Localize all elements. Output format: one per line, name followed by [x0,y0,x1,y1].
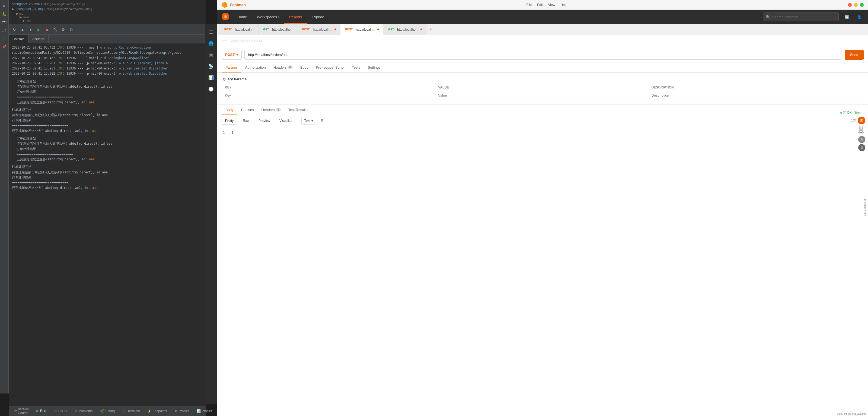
add-tab-button[interactable]: + [426,24,435,35]
pm-icon-history[interactable]: 🕒 [206,84,216,94]
tab-console[interactable]: Console [9,35,29,43]
format-preview[interactable]: Preview [255,117,274,124]
pm-tab-4[interactable]: POST http://localh... [340,24,383,35]
toolbar-down[interactable]: ▼ [27,26,34,33]
pm-icon-chart[interactable]: 📊 [206,73,216,83]
pm-icon-collections[interactable]: ☰ [206,27,216,37]
bottom-tab-run[interactable]: ▶ Run [35,406,48,416]
pm-icon-mock[interactable]: ▣ [206,50,216,60]
search-input[interactable] [772,15,836,19]
send-button[interactable]: Send [845,50,864,60]
todo-label: TODO [58,409,67,413]
url-input[interactable] [244,50,842,60]
req-tab-settings[interactable]: Settings [364,63,384,72]
toolbar-trash[interactable]: 🗑 [68,26,75,33]
bottom-tab-problems[interactable]: ⚠ Problems [73,406,94,416]
ide-icon-camera[interactable]: 📷 [1,19,8,26]
url-display-text: http://localhost/orders/aaa [222,39,262,43]
log-line: 订单处理开始 [13,136,202,141]
maximize-button[interactable] [860,3,864,7]
req-tab-authorization[interactable]: Authorization [241,63,270,72]
ide-icon-debug[interactable]: 🐛 [1,10,8,18]
format-pretty[interactable]: Pretty [222,117,237,124]
sync-icon-btn[interactable]: 🔄 [842,12,851,21]
project-path-1: D:\DingJiaxiong\IdeaProjects\Spr... [41,2,87,6]
param-key-input[interactable] [225,93,434,97]
postman-title: 🟠 Postman [222,2,246,8]
pm-icon-monitor[interactable]: 📡 [206,61,216,71]
toolbar-more[interactable]: ⚙ [60,26,67,33]
ide-icon-run[interactable]: ▶ [1,2,8,9]
chat-icon-user[interactable]: A [858,136,865,143]
bottom-tab-vcs[interactable]: ⎇ Version Control [11,406,30,416]
resp-tab-headers[interactable]: Headers 4 [258,105,284,115]
req-tab-tests[interactable]: Tests [348,63,364,72]
pm-tab-5[interactable]: GET http://localho... [383,24,426,35]
ide-icon-terminal[interactable]: ⬛ [1,35,8,42]
menu-view[interactable]: View [548,3,555,7]
endpoints-icon: ⚡ [147,409,151,413]
text-type-selector[interactable]: Text ▾ [301,117,316,124]
toolbar-refresh[interactable]: ↻ [11,26,18,33]
toolbar-stop[interactable]: ■ [43,26,51,33]
req-tab-params-label: Params [225,65,238,69]
pm-icon-environments[interactable]: 🌐 [206,38,216,48]
chat-bunny-emoji: 🐰 [857,126,865,134]
search-box[interactable]: 🔍 [763,12,839,21]
method-badge: GET [387,28,395,31]
ide-icon-git[interactable]: ⎇ [1,27,8,34]
method-selector[interactable]: POST ▾ [222,50,242,60]
resp-line-number: 1 [223,130,225,135]
ide-icon-pin[interactable]: 📌 [1,43,8,50]
close-button[interactable] [848,3,852,7]
req-tab-body[interactable]: Body [297,63,312,72]
param-value-input[interactable] [438,93,647,97]
tab-actuator[interactable]: Actuator [29,35,49,43]
ide-left-icons-bar: ▶ 🐛 📷 ⎇ ⬛ 📌 [0,0,9,393]
menu-help[interactable]: Help [561,3,567,7]
bottom-tab-endpoints[interactable]: ⚡ Endpoints [146,406,168,416]
chevron-down-icon: ▾ [236,53,238,57]
col-key: KEY [223,84,436,91]
param-desc-input[interactable] [652,93,860,97]
menu-file[interactable]: File [527,3,532,7]
bottom-tab-profiler[interactable]: 📊 Profiler [195,406,214,416]
nav-explore[interactable]: Explore [307,10,329,24]
request-bar: POST ▾ Send [217,47,868,62]
req-tab-prerequest[interactable]: Pre-request Script [312,63,348,72]
profiler-icon: 📊 [197,409,201,413]
nav-home[interactable]: Home [232,10,252,24]
bottom-tab-terminal[interactable]: ⬛ Terminal [121,406,141,416]
resp-tab-body[interactable]: Body [222,105,237,115]
run-icon: ▶ [36,409,39,413]
bottom-tab-services[interactable]: ⚙ Profiler [173,406,191,416]
chat-icon-settings[interactable]: ⚙ [858,144,865,151]
pm-tab-1[interactable]: POST http://localh... [219,24,258,35]
req-tab-params[interactable]: Params [222,63,241,72]
request-tabs: Params Authorization Headers 8 Body Pre-… [217,62,868,73]
format-raw[interactable]: Raw [239,117,253,124]
nav-reports[interactable]: Reports [284,10,307,24]
user-icon-btn[interactable]: 👤 [855,12,864,21]
resp-tab-cookies[interactable]: Cookies [237,105,258,115]
resp-tab-tests[interactable]: Test Results [284,105,311,115]
format-visualize[interactable]: Visualize [276,117,296,124]
log-line: 2022-10-23 09:41:05.462 INFO 15936 --- [… [9,56,206,61]
resp-tab-cookies-label: Cookies [241,108,254,112]
pm-tab-2[interactable]: GET http://localho... [258,24,298,35]
toolbar-up[interactable]: ▲ [19,26,26,33]
toolbar-run[interactable]: ▶ [35,26,42,33]
minimize-button[interactable] [854,3,858,7]
services-icon: ⚙ [175,409,178,413]
resp-headers-badge: 4 [276,108,281,112]
url-display-bar: http://localhost/orders/aaa [217,35,868,47]
bottom-tab-todo[interactable]: ☑ TODO [52,406,69,416]
bottom-tab-spring[interactable]: 🌿 Spring [98,406,116,416]
toolbar-build[interactable]: 🔨 [52,26,59,33]
pm-tab-3[interactable]: POST http://localh... [297,24,340,35]
project-name-1: springboot_23_mai [12,2,40,6]
nav-workspaces[interactable]: Workspaces ▾ [252,10,284,24]
req-tab-headers[interactable]: Headers 8 [270,63,297,72]
menu-edit[interactable]: Edit [537,3,543,7]
format-options-icon[interactable]: ☰ [320,119,323,123]
